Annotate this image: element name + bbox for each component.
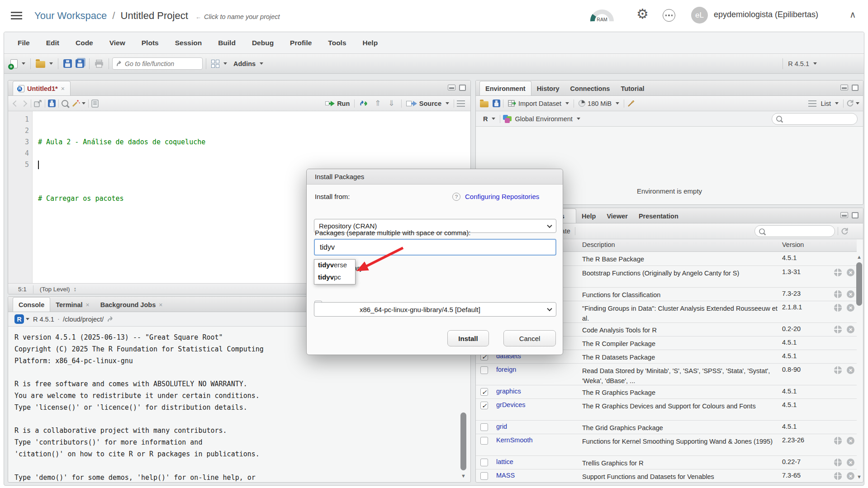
avatar[interactable]: eL — [691, 7, 708, 24]
user-name[interactable]: epydemiologista (Epilibertas) — [714, 10, 818, 19]
tab-presentation[interactable]: Presentation — [633, 209, 684, 223]
column-version[interactable]: Version — [782, 241, 804, 248]
package-name[interactable]: grid — [496, 423, 507, 430]
tab-environment[interactable]: Environment — [479, 81, 531, 95]
package-website-icon[interactable] — [834, 366, 842, 374]
package-checkbox[interactable]: ✓ — [480, 402, 488, 409]
package-name[interactable]: KernSmooth — [496, 436, 533, 444]
goto-file-input[interactable] — [125, 60, 197, 67]
package-name[interactable]: foreign — [496, 366, 516, 373]
environment-search[interactable] — [772, 113, 858, 125]
package-name[interactable]: MASS — [496, 472, 515, 479]
save-source-icon[interactable] — [48, 99, 56, 107]
updown-icon[interactable]: ↕ — [74, 286, 77, 293]
minimize-pane-icon[interactable] — [840, 85, 848, 90]
hamburger-menu-icon[interactable] — [11, 12, 22, 19]
package-remove-icon[interactable]: × — [847, 472, 854, 480]
minimize-pane-icon[interactable] — [840, 212, 848, 218]
package-remove-icon[interactable]: × — [847, 459, 854, 466]
package-website-icon[interactable] — [834, 269, 842, 276]
package-remove-icon[interactable]: × — [847, 304, 854, 312]
package-name[interactable]: graphics — [496, 388, 521, 395]
help-icon[interactable]: ? — [452, 193, 460, 201]
package-name[interactable]: lattice — [496, 458, 513, 465]
new-file-button[interactable]: + — [9, 58, 27, 69]
menu-file[interactable]: File — [18, 39, 30, 47]
packages-scroll-up-icon[interactable]: ▲ — [857, 254, 862, 260]
breadcrumb-workspace[interactable]: Your Workspace — [34, 10, 107, 21]
dialog-titlebar[interactable]: Install Packages — [307, 169, 563, 185]
popout-icon[interactable] — [34, 100, 42, 107]
print-button[interactable] — [93, 59, 105, 69]
maximize-pane-icon[interactable] — [459, 85, 466, 91]
library-select[interactable]: x86_64-pc-linux-gnu-library/4.5 [Default… — [314, 302, 556, 317]
go-next-section-icon[interactable]: ⇓ — [389, 99, 395, 108]
list-view-button[interactable]: List — [819, 99, 840, 108]
more-options-icon[interactable] — [663, 9, 675, 22]
console-r-caret[interactable] — [26, 318, 29, 320]
close-terminal-icon[interactable]: × — [86, 301, 90, 308]
load-workspace-icon[interactable] — [480, 101, 489, 108]
tab-history[interactable]: History — [531, 82, 565, 95]
save-all-button[interactable] — [74, 58, 86, 69]
packages-scrollbar-thumb[interactable] — [856, 262, 862, 306]
maximize-pane-icon[interactable] — [852, 85, 859, 91]
menu-build[interactable]: Build — [218, 39, 236, 47]
environment-scope-selector[interactable]: Global Environment — [513, 114, 582, 123]
console-scrollbar-thumb[interactable] — [460, 412, 466, 470]
console-scroll-down-icon[interactable]: ▼ — [461, 473, 466, 479]
minimize-pane-icon[interactable] — [448, 85, 455, 90]
tab-viewer[interactable]: Viewer — [601, 209, 633, 223]
menu-edit[interactable]: Edit — [46, 39, 59, 47]
import-dataset-button[interactable]: Import Dataset — [506, 99, 571, 108]
package-website-icon[interactable] — [834, 437, 842, 445]
save-button[interactable] — [62, 58, 74, 69]
package-remove-icon[interactable]: × — [847, 326, 854, 333]
clear-objects-icon[interactable] — [627, 99, 635, 108]
back-icon[interactable] — [13, 100, 19, 106]
menu-tools[interactable]: Tools — [328, 39, 346, 47]
open-file-button[interactable] — [34, 58, 55, 69]
package-checkbox[interactable]: ✓ — [480, 388, 488, 396]
tab-tutorial[interactable]: Tutorial — [615, 82, 650, 95]
forward-icon[interactable] — [21, 100, 27, 106]
goto-file-search[interactable] — [112, 57, 203, 70]
package-remove-icon[interactable]: × — [847, 437, 854, 445]
package-checkbox[interactable] — [480, 366, 488, 374]
menu-profile[interactable]: Profile — [290, 39, 312, 47]
pane-layout-button[interactable] — [209, 59, 229, 69]
refresh-icon[interactable] — [841, 227, 849, 235]
menu-view[interactable]: View — [109, 39, 125, 47]
compile-report-icon[interactable] — [91, 99, 99, 108]
packages-search[interactable] — [754, 225, 835, 237]
menu-help[interactable]: Help — [363, 39, 378, 47]
addins-button[interactable]: Addins — [232, 59, 265, 68]
package-name[interactable]: grDevices — [496, 401, 525, 408]
package-remove-icon[interactable]: × — [847, 366, 854, 374]
menu-session[interactable]: Session — [175, 39, 202, 47]
packages-search-input[interactable] — [768, 228, 831, 235]
refresh-caret[interactable] — [856, 102, 859, 104]
menu-code[interactable]: Code — [76, 39, 93, 47]
ram-gauge[interactable]: RAM — [589, 8, 615, 23]
source-button[interactable]: Source — [404, 99, 451, 108]
tab-untitled1[interactable]: R Untitled1* × — [13, 81, 71, 95]
packages-scroll-down-icon[interactable]: ▼ — [857, 474, 862, 479]
share-directory-icon[interactable] — [107, 316, 114, 322]
package-website-icon[interactable] — [834, 304, 842, 312]
package-checkbox[interactable] — [480, 459, 488, 466]
language-selector[interactable]: R — [481, 114, 497, 123]
menu-debug[interactable]: Debug — [252, 39, 274, 47]
package-remove-icon[interactable]: × — [847, 269, 854, 276]
save-workspace-icon[interactable] — [493, 99, 500, 107]
rerun-button[interactable] — [357, 99, 371, 108]
breadcrumb-project[interactable]: Untitled Project — [121, 10, 188, 21]
package-checkbox[interactable] — [480, 423, 488, 431]
package-website-icon[interactable] — [834, 459, 842, 466]
package-website-icon[interactable] — [834, 290, 842, 298]
install-button[interactable]: Install — [447, 330, 489, 346]
maximize-pane-icon[interactable] — [852, 212, 859, 218]
tab-help[interactable]: Help — [576, 209, 601, 223]
tab-console[interactable]: Console — [13, 297, 50, 312]
go-prev-section-icon[interactable]: ⇑ — [375, 99, 381, 108]
